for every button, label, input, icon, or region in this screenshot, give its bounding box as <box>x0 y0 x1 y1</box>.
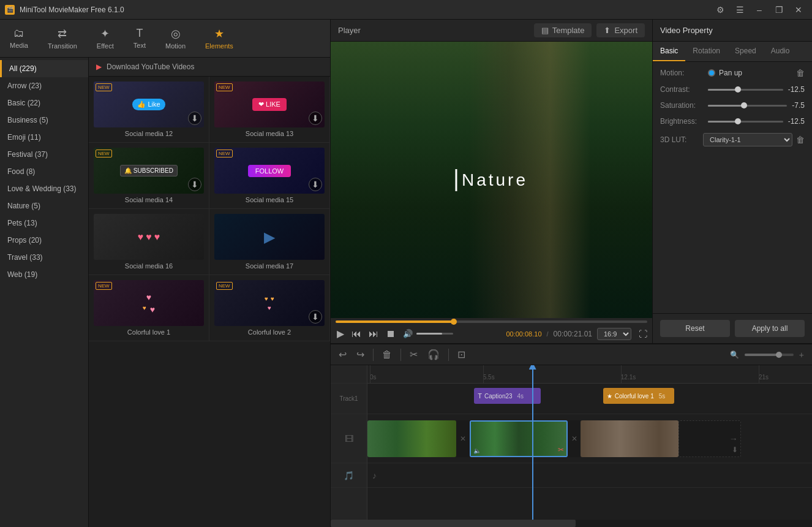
restore-button[interactable]: ❐ <box>770 4 788 16</box>
saturation-handle[interactable] <box>741 102 747 108</box>
sidebar-item-all[interactable]: All (229) <box>0 60 88 77</box>
apply-all-button[interactable]: Apply to all <box>735 320 805 337</box>
minimize-button[interactable]: – <box>751 4 768 16</box>
fullscreen-button[interactable]: ⛶ <box>639 329 647 339</box>
redo-button[interactable]: ↪ <box>353 347 367 362</box>
stop-button[interactable]: ⏹ <box>385 327 397 341</box>
cl1-preview: ♥ ♥♥ <box>143 292 155 314</box>
cut-button[interactable]: ✂ <box>407 347 421 362</box>
toolbar-effect[interactable]: ✦ Effect <box>88 23 122 53</box>
brightness-slider[interactable] <box>708 121 783 123</box>
volume-icon[interactable]: 🔊 <box>402 328 414 339</box>
scrollbar-thumb[interactable] <box>331 520 576 527</box>
video-clip-1[interactable] <box>367 420 456 457</box>
element-cl1[interactable]: NEW ♥ ♥♥ Colorful love 1 <box>89 275 209 341</box>
brightness-handle[interactable] <box>735 118 741 124</box>
tab-audio[interactable]: Audio <box>764 42 797 61</box>
element-sm13[interactable]: NEW ❤ LIKE ⬇ Social media 13 <box>209 77 330 143</box>
media-icon: 🗂 <box>13 27 24 40</box>
crop-button[interactable]: ⊡ <box>454 347 468 362</box>
timeline-scrollbar[interactable] <box>331 520 812 527</box>
volume-slider[interactable] <box>416 333 453 335</box>
contrast-handle[interactable] <box>735 86 741 93</box>
playhead[interactable] <box>532 365 533 520</box>
reset-button[interactable]: Reset <box>660 320 730 337</box>
lut-select[interactable]: Clarity-1-1 None Vivid <box>703 133 792 146</box>
zoom-slider[interactable] <box>745 354 794 356</box>
zoom-handle[interactable] <box>776 352 782 358</box>
element-sm12[interactable]: NEW 👍 Like ⬇ Social media 12 <box>89 77 209 143</box>
menu-button[interactable]: ☰ <box>731 4 748 16</box>
toolbar-media[interactable]: 🗂 Media <box>1 23 37 53</box>
saturation-slider[interactable] <box>708 105 787 107</box>
play-button[interactable]: ▶ <box>336 327 345 341</box>
next-button[interactable]: ⏭ <box>367 327 380 341</box>
motion-delete-button[interactable]: 🗑 <box>796 68 805 78</box>
zoom-out-icon[interactable]: 🔍 <box>727 349 742 361</box>
caption-item[interactable]: T Caption23 4s <box>474 388 541 404</box>
download-youtube-bar[interactable]: ▶ Download YouTube Videos <box>89 58 330 77</box>
sidebar-item-emoji[interactable]: Emoji (11) <box>0 129 88 146</box>
motion-value-row: Pan up <box>708 69 742 77</box>
settings-button[interactable]: ⚙ <box>712 4 729 16</box>
prev-button[interactable]: ⏮ <box>350 327 363 341</box>
tab-basic[interactable]: Basic <box>653 42 685 61</box>
video-clip-3[interactable] <box>581 420 679 457</box>
sidebar-item-arrow[interactable]: Arrow (23) <box>0 77 88 94</box>
progress-handle[interactable] <box>451 319 457 325</box>
element-cl2[interactable]: NEW ♥♥ ♥ ⬇ Colorful love 2 <box>209 275 330 341</box>
close-button[interactable]: ✕ <box>790 4 807 16</box>
undo-button[interactable]: ↩ <box>336 347 350 362</box>
video-clip-2-selected[interactable]: 🔈 ✂ <box>470 420 568 457</box>
toolbar-elements[interactable]: ★ Elements <box>197 23 242 53</box>
element-item[interactable]: ★ Colorful love 1 5s <box>603 388 674 404</box>
tab-speed[interactable]: Speed <box>727 42 764 61</box>
sidebar-item-food[interactable]: Food (8) <box>0 163 88 180</box>
element-sm16-label: Social media 16 <box>94 262 204 270</box>
contrast-slider[interactable] <box>708 89 783 91</box>
tab-rotation[interactable]: Rotation <box>685 42 727 61</box>
delete-clip-button[interactable]: 🗑 <box>379 347 395 362</box>
element-sm16[interactable]: ♥♥♥ Social media 16 <box>89 209 209 275</box>
sidebar-item-basic[interactable]: Basic (22) <box>0 94 88 112</box>
new-badge-cl1: NEW <box>96 282 112 290</box>
transition-1[interactable]: ✕ <box>456 420 470 457</box>
toolbar-text[interactable]: T Text <box>125 23 154 53</box>
download-sm12-icon[interactable]: ⬇ <box>188 112 201 125</box>
sidebar-item-web[interactable]: Web (19) <box>0 266 88 283</box>
sidebar-item-business[interactable]: Business (5) <box>0 112 88 129</box>
lut-delete-button[interactable]: 🗑 <box>796 135 805 145</box>
audio-button[interactable]: 🎧 <box>424 347 443 362</box>
export-button[interactable]: ⬆ Export <box>596 23 645 37</box>
download-cl2-icon[interactable]: ⬇ <box>309 310 322 324</box>
download-sm13-icon[interactable]: ⬇ <box>309 112 322 125</box>
element-sm14[interactable]: NEW 🔔 SUBSCRIBED ⬇ Social media 14 <box>89 143 209 209</box>
transition-2[interactable]: ✕ <box>568 420 581 457</box>
contrast-row: Contrast: -12.5 <box>660 85 805 94</box>
sidebar-item-pets[interactable]: Pets (13) <box>0 214 88 232</box>
time-separator: / <box>547 330 549 338</box>
property-tabs: Basic Rotation Speed Audio <box>653 42 812 62</box>
toolbar-motion[interactable]: ◎ Motion <box>157 23 194 53</box>
sidebar-item-props[interactable]: Props (20) <box>0 232 88 249</box>
content-area: All (229) Arrow (23) Basic (22) Business… <box>0 58 330 527</box>
download-sm14-icon[interactable]: ⬇ <box>188 178 201 191</box>
timeline-content[interactable]: 0s 5.5s 12.1s 21s <box>367 365 812 520</box>
zoom-add-icon[interactable]: + <box>796 348 807 362</box>
sidebar-item-nature[interactable]: Nature (5) <box>0 197 88 214</box>
aspect-ratio-select[interactable]: 16:9 4:3 1:1 <box>597 328 631 340</box>
sidebar-item-travel[interactable]: Travel (33) <box>0 249 88 266</box>
sidebar-item-festival[interactable]: Festival (37) <box>0 146 88 163</box>
blank-area: → ⬇ <box>679 420 741 457</box>
element-duration: 5s <box>659 393 666 400</box>
element-sm15[interactable]: NEW FOLLOW ⬇ Social media 15 <box>209 143 330 209</box>
progress-bar[interactable] <box>336 320 647 323</box>
sidebar-item-love[interactable]: Love & Wedding (33) <box>0 180 88 197</box>
download-sm15-icon[interactable]: ⬇ <box>309 178 322 191</box>
nature-text: Nature <box>462 170 528 190</box>
element-sm17[interactable]: ▶ Social media 17 <box>209 209 330 275</box>
right-side: Player ▤ Template ⬆ Export <box>331 20 812 527</box>
motion-radio[interactable] <box>708 69 715 77</box>
toolbar-transition[interactable]: ⇄ Transition <box>39 23 86 53</box>
template-button[interactable]: ▤ Template <box>534 23 592 37</box>
